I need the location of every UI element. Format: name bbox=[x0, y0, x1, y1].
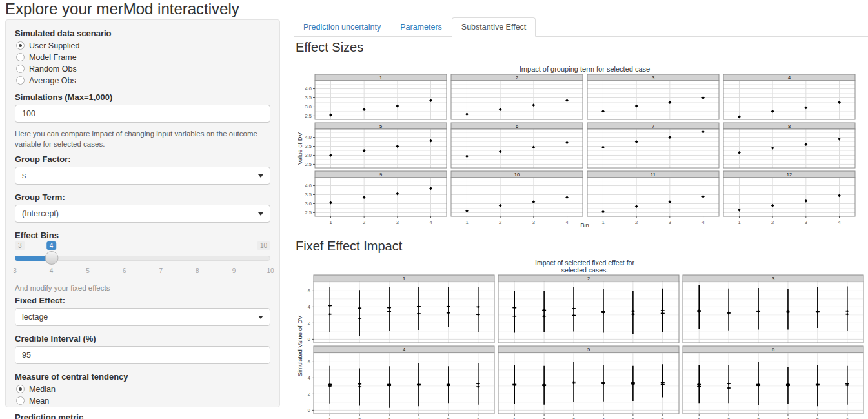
svg-text:2: 2 bbox=[363, 220, 365, 225]
svg-text:3: 3 bbox=[805, 220, 807, 225]
svg-text:5: 5 bbox=[587, 347, 590, 353]
svg-text:2: 2 bbox=[499, 220, 501, 225]
main-content: Prediction uncertaintyParametersSubstant… bbox=[294, 18, 868, 419]
svg-text:3.5: 3.5 bbox=[305, 192, 312, 198]
svg-text:6: 6 bbox=[516, 123, 518, 129]
fixed-effect-select[interactable]: lectage bbox=[15, 308, 270, 326]
radio-option[interactable]: User Supplied bbox=[16, 41, 270, 50]
group-term-label: Group Term: bbox=[15, 192, 270, 202]
radio-button-icon[interactable] bbox=[16, 385, 25, 393]
radio-button-icon[interactable] bbox=[16, 65, 25, 73]
svg-text:1: 1 bbox=[738, 220, 740, 225]
scenario-label: Simulated data scenario bbox=[15, 28, 270, 38]
group-term-value: (Intercept) bbox=[22, 209, 59, 218]
svg-text:2: 2 bbox=[308, 391, 310, 397]
prediction-metric-label: Prediction metric bbox=[15, 413, 270, 419]
svg-text:4: 4 bbox=[838, 220, 840, 225]
simulations-input[interactable] bbox=[15, 105, 270, 123]
svg-text:2: 2 bbox=[771, 220, 774, 225]
svg-text:3.0: 3.0 bbox=[305, 104, 312, 110]
svg-text:2.5: 2.5 bbox=[305, 210, 312, 216]
radio-label: Mean bbox=[29, 396, 49, 405]
tab-parameters[interactable]: Parameters bbox=[390, 17, 452, 37]
radio-label: Random Obs bbox=[29, 65, 77, 74]
radio-option[interactable]: Average Obs bbox=[16, 76, 270, 85]
sidebar-controls-panel: Simulated data scenario User SuppliedMod… bbox=[5, 19, 280, 407]
svg-text:4: 4 bbox=[565, 220, 568, 225]
grouping-term-plot: Impact of grouping term for selected cas… bbox=[297, 65, 865, 231]
svg-text:Impact of grouping term for se: Impact of grouping term for selected cas… bbox=[520, 65, 650, 73]
radio-label: User Supplied bbox=[29, 41, 80, 50]
chevron-down-icon bbox=[258, 174, 263, 178]
effect-sizes-heading: Effect Sizes bbox=[296, 40, 363, 55]
group-factor-select[interactable]: s bbox=[15, 167, 270, 185]
fixed-effect-label: Fixed Effect: bbox=[15, 296, 270, 305]
svg-text:4.0: 4.0 bbox=[305, 134, 312, 140]
svg-text:2: 2 bbox=[635, 220, 638, 225]
svg-text:9: 9 bbox=[379, 172, 382, 178]
svg-text:1: 1 bbox=[403, 276, 405, 281]
simulations-label: Simulations (Max=1,000) bbox=[15, 92, 270, 102]
radio-label: Average Obs bbox=[29, 76, 76, 85]
slider-value-badge: 4 bbox=[46, 241, 57, 250]
svg-text:Bin: Bin bbox=[580, 221, 589, 229]
slider-tick-label: 6 bbox=[123, 267, 126, 274]
effect-bins-slider: 3 4 10 345678910 bbox=[15, 241, 270, 275]
svg-text:3.5: 3.5 bbox=[305, 143, 312, 149]
svg-text:12: 12 bbox=[787, 172, 792, 178]
svg-text:11: 11 bbox=[651, 172, 656, 178]
group-term-select[interactable]: (Intercept) bbox=[15, 205, 270, 223]
svg-text:8: 8 bbox=[788, 123, 791, 129]
svg-text:6: 6 bbox=[308, 288, 310, 294]
svg-text:1: 1 bbox=[601, 220, 604, 225]
slider-min-badge: 3 bbox=[15, 241, 25, 250]
svg-text:4.0: 4.0 bbox=[305, 86, 312, 92]
svg-text:1: 1 bbox=[465, 220, 468, 225]
svg-text:3: 3 bbox=[396, 220, 399, 225]
svg-text:6: 6 bbox=[772, 347, 774, 353]
radio-option[interactable]: Random Obs bbox=[16, 64, 270, 74]
radio-option[interactable]: Model Frame bbox=[16, 52, 270, 62]
svg-text:Value of DV: Value of DV bbox=[297, 132, 303, 165]
svg-text:3: 3 bbox=[532, 220, 535, 225]
svg-text:0: 0 bbox=[308, 407, 310, 413]
scenario-radio-group: User SuppliedModel FrameRandom ObsAverag… bbox=[15, 41, 270, 85]
slider-handle[interactable] bbox=[45, 251, 58, 265]
svg-text:3.0: 3.0 bbox=[305, 152, 312, 158]
svg-text:2.5: 2.5 bbox=[305, 113, 312, 119]
chevron-down-icon bbox=[258, 212, 263, 216]
slider-tick-label: 9 bbox=[232, 267, 236, 274]
slider-tick-labels: 345678910 bbox=[15, 267, 270, 275]
svg-text:3.0: 3.0 bbox=[305, 201, 312, 207]
tab-substantive-effect[interactable]: Substantive Effect bbox=[452, 17, 536, 37]
svg-text:4: 4 bbox=[308, 304, 310, 310]
svg-text:4: 4 bbox=[308, 375, 310, 381]
credible-interval-input[interactable] bbox=[15, 346, 270, 364]
svg-text:4: 4 bbox=[429, 220, 432, 225]
svg-text:7: 7 bbox=[652, 123, 654, 129]
radio-option[interactable]: Mean bbox=[16, 396, 270, 405]
svg-text:0: 0 bbox=[308, 336, 310, 342]
slider-tick-label: 10 bbox=[267, 267, 274, 274]
svg-text:4: 4 bbox=[403, 347, 405, 353]
radio-button-icon[interactable] bbox=[16, 76, 25, 85]
svg-text:4: 4 bbox=[788, 75, 791, 81]
slider-tick-label: 4 bbox=[50, 267, 54, 274]
fixef-impact-heading: Fixef Effect Impact bbox=[296, 239, 402, 254]
svg-text:4: 4 bbox=[701, 220, 704, 225]
slider-max-badge: 10 bbox=[257, 241, 270, 250]
radio-button-icon[interactable] bbox=[16, 53, 25, 61]
radio-option[interactable]: Median bbox=[16, 384, 270, 394]
radio-button-icon[interactable] bbox=[16, 396, 25, 405]
slider-tick-label: 5 bbox=[86, 267, 90, 274]
fixed-effect-plot: Impact of selected fixed effect forselec… bbox=[297, 258, 865, 419]
svg-text:4.0: 4.0 bbox=[305, 183, 312, 189]
tab-prediction-uncertainty[interactable]: Prediction uncertainty bbox=[294, 17, 390, 37]
svg-text:6: 6 bbox=[308, 359, 310, 365]
group-factor-label: Group Factor: bbox=[15, 154, 270, 164]
fixed-effect-value: lectage bbox=[22, 312, 48, 322]
slider-tick-label: 7 bbox=[159, 267, 163, 274]
effect-bins-label: Effect Bins bbox=[15, 230, 270, 240]
radio-button-icon[interactable] bbox=[16, 41, 25, 50]
svg-text:3: 3 bbox=[772, 276, 774, 281]
